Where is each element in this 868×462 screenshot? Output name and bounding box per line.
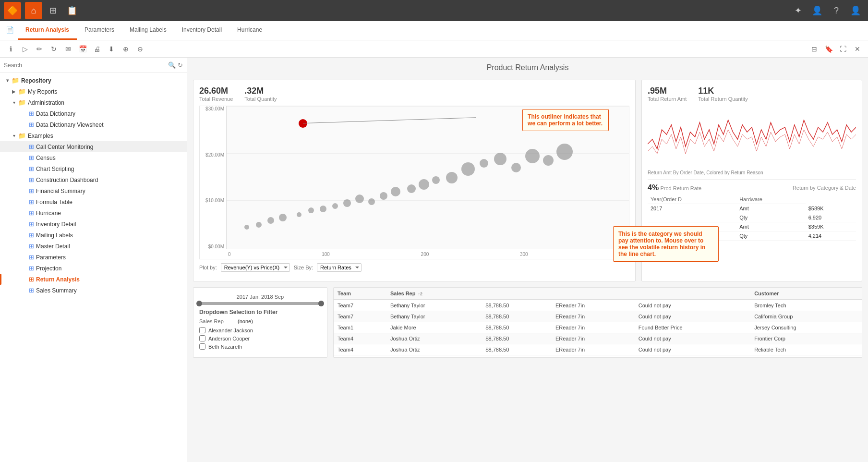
sidebar-item-master-detail[interactable]: ⊞ Master Detail — [0, 241, 187, 252]
report-icon: ⊞ — [29, 254, 34, 261]
plot-by-select[interactable]: Revenue(Y) vs Price(X) — [221, 263, 290, 272]
slider-handle-left[interactable] — [196, 301, 202, 306]
close-report-button[interactable]: ✕ — [851, 42, 864, 56]
sidebar-item-my-reports[interactable]: ▶ 📁 My Reports — [0, 86, 187, 97]
report-icon: ⊞ — [29, 243, 34, 250]
date-slider[interactable] — [199, 302, 321, 305]
book-icon[interactable]: 📋 — [63, 2, 81, 19]
email-button[interactable]: ✉ — [61, 42, 75, 56]
amount-cell: $8,788.50 — [482, 333, 552, 344]
sidebar-item-chart-scripting[interactable]: ⊞ Chart Scripting — [0, 163, 187, 174]
home-icon[interactable]: ⌂ — [25, 2, 42, 19]
checkbox-alexander[interactable] — [199, 327, 205, 333]
sidebar-item-data-dictionary[interactable]: ⊞ Data Dictionary — [0, 108, 187, 119]
search-input[interactable] — [4, 62, 166, 69]
fullscreen-button[interactable]: ⛶ — [836, 42, 850, 56]
content-area: Product Return Analysis 26.60M Total Rev… — [187, 58, 868, 462]
type-cell: Qty — [736, 231, 806, 241]
search-icon[interactable]: 🔍 — [168, 61, 176, 69]
team-cell: Team4 — [334, 344, 386, 355]
scatter-dot — [432, 176, 440, 184]
zoom-in-button[interactable]: ⊕ — [119, 42, 133, 56]
team-cell: Team1 — [334, 322, 386, 333]
sidebar-item-financial-summary[interactable]: ⊞ Financial Summary — [0, 185, 187, 196]
tab-inventory-detail[interactable]: Inventory Detail — [174, 21, 229, 40]
line-chart — [648, 106, 856, 168]
bookmark-button[interactable]: 🔖 — [822, 42, 835, 56]
tab-label: Hurricane — [237, 26, 262, 33]
toggle-icon[interactable]: ▾ — [4, 78, 11, 83]
refresh-search-icon[interactable]: ↻ — [178, 61, 183, 69]
print-button[interactable]: 🖨 — [90, 42, 104, 56]
customer-cell: Reliable Tech — [750, 344, 862, 355]
sidebar-item-census[interactable]: ⊞ Census — [0, 152, 187, 163]
account-icon[interactable]: 👤 — [847, 2, 864, 19]
slider-handle-right[interactable] — [318, 301, 324, 306]
toggle-view-button[interactable]: ⊟ — [808, 42, 821, 56]
kpi-row-left: 26.60M Total Revenue .32M Total Quantity — [199, 86, 629, 102]
toggle-icon[interactable]: ▶ — [11, 89, 17, 94]
kpi-return-amt: .95M Total Return Amt — [648, 86, 687, 102]
sidebar-item-return-analysis[interactable]: ⊞ Return Analysis — [0, 274, 187, 285]
zoom-out-button[interactable]: ⊖ — [133, 42, 147, 56]
table-row: Team4 Joshua Ortiz $8,788.50 EReader 7in… — [334, 333, 862, 344]
sidebar-item-hurricane[interactable]: ⊞ Hurricane — [0, 207, 187, 219]
help-icon[interactable]: ? — [828, 2, 845, 19]
toggle-icon[interactable]: ▾ — [11, 133, 17, 138]
line-chart-label: Return Amt By Order Date, Colored by Ret… — [648, 170, 856, 175]
edit-button[interactable]: ✏ — [33, 42, 46, 56]
size-by-select[interactable]: Return Rates — [317, 263, 362, 272]
schedule-button[interactable]: 📅 — [76, 42, 89, 56]
scatter-dot — [267, 217, 274, 224]
y-label-20: $20.00M — [205, 152, 224, 158]
checkbox-beth[interactable] — [199, 343, 205, 350]
team-cell: Team4 — [334, 333, 386, 344]
tab-mailing-labels[interactable]: Mailing Labels — [122, 21, 174, 40]
sidebar-item-inventory-detail[interactable]: ⊞ Inventory Detail — [0, 219, 187, 230]
sidebar-item-construction-dashboard[interactable]: ⊞ Construction Dashboard — [0, 174, 187, 185]
scatter-panel: 26.60M Total Revenue .32M Total Quantity… — [193, 80, 636, 281]
scatter-dot — [543, 155, 554, 166]
report-icon: ⊞ — [29, 187, 34, 195]
year-cell — [648, 213, 736, 222]
scatter-dot — [332, 203, 338, 209]
x-label-200: 200 — [421, 252, 429, 257]
tree-area: ▾ 📁 Repository ▶ 📁 My Reports ▾ 📁 Admini… — [0, 73, 187, 462]
tab-label: Parameters — [84, 26, 114, 33]
notification-icon[interactable]: 👤 — [808, 2, 826, 19]
sidebar-item-formula-table[interactable]: ⊞ Formula Table — [0, 196, 187, 207]
sidebar-item-administration[interactable]: ▾ 📁 Administration — [0, 97, 187, 108]
toolbar: ℹ ▷ ✏ ↻ ✉ 📅 🖨 ⬇ ⊕ ⊖ ⊟ 🔖 ⛶ ✕ — [0, 40, 868, 58]
sidebar-item-sales-summary[interactable]: ⊞ Sales Summary — [0, 285, 187, 296]
svg-line-0 — [303, 118, 476, 123]
type-cell: Amt — [736, 222, 806, 231]
scatter-dot — [391, 187, 400, 196]
toggle-icon[interactable]: ▾ — [11, 100, 17, 105]
scatter-dot — [556, 144, 573, 160]
tab-parameters[interactable]: Parameters — [77, 21, 122, 40]
tab-return-analysis[interactable]: Return Analysis — [18, 21, 77, 40]
sidebar-item-call-center-monitoring[interactable]: ⊞ Call Center Monitoring — [0, 141, 187, 152]
folder-icon: 📁 — [18, 88, 26, 95]
sparkle-icon[interactable]: ✦ — [789, 2, 807, 19]
info-button[interactable]: ℹ — [4, 42, 17, 56]
sidebar-item-projection[interactable]: ⊞ Projection — [0, 263, 187, 274]
sidebar-item-repository[interactable]: ▾ 📁 Repository — [0, 75, 187, 86]
sidebar-item-data-dictionary-viewsheet[interactable]: ⊞ Data Dictionary Viewsheet — [0, 119, 187, 130]
folder-icon: 📁 — [18, 99, 26, 106]
report-icon: ⊞ — [29, 154, 34, 161]
reason-cell: Could not pay — [635, 333, 750, 344]
reason-cell: Could not pay — [635, 344, 750, 355]
sidebar-item-parameters[interactable]: ⊞ Parameters — [0, 252, 187, 263]
grid-icon[interactable]: ⊞ — [44, 2, 61, 19]
checkbox-anderson[interactable] — [199, 335, 205, 341]
export-button[interactable]: ⬇ — [105, 42, 118, 56]
run-button[interactable]: ▷ — [18, 42, 32, 56]
sidebar-item-mailing-labels[interactable]: ⊞ Mailing Labels — [0, 230, 187, 241]
app-logo: 🔶 — [4, 2, 21, 19]
refresh-button[interactable]: ↻ — [47, 42, 60, 56]
sidebar-item-examples[interactable]: ▾ 📁 Examples — [0, 130, 187, 141]
scatter-dot — [494, 153, 506, 165]
tab-hurricane[interactable]: Hurricane — [229, 21, 270, 40]
toolbar-right: ⊟ 🔖 ⛶ ✕ — [808, 42, 864, 56]
